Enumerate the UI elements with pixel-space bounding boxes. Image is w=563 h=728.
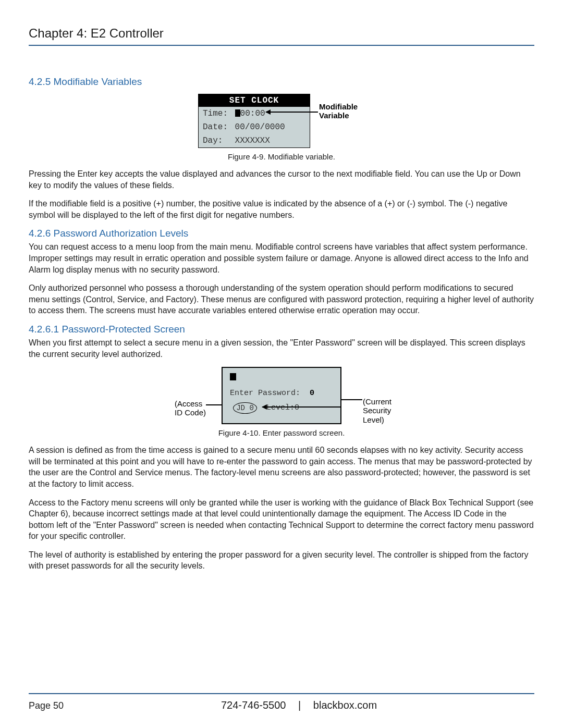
figure-4-9: SET CLOCK Time: 00:00 Date: 00/00/0000 D… xyxy=(29,94,534,148)
cursor-icon xyxy=(230,373,236,380)
set-clock-date-row: Date: 00/00/0000 xyxy=(199,120,310,134)
set-clock-screen: SET CLOCK Time: 00:00 Date: 00/00/0000 D… xyxy=(198,94,310,148)
figure-4-10-caption: Figure 4-10. Enter password screen. xyxy=(29,428,534,437)
security-level: Level:0 xyxy=(266,403,299,412)
figure-4-10: (AccessID Code) Enter Password:0 JD 0 Le… xyxy=(29,367,534,424)
day-value: XXXXXXX xyxy=(235,136,270,145)
time-label: Time: xyxy=(203,109,230,118)
para-4261-1: When you first attempt to select a secur… xyxy=(29,337,534,360)
footer-site: blackbox.com xyxy=(313,699,377,711)
para-4261-4: The level of authority is established by… xyxy=(29,549,534,572)
enter-password-value: 0 xyxy=(310,389,314,398)
figure-4-9-caption: Figure 4-9. Modifiable variable. xyxy=(29,152,534,161)
arrow-left-icon xyxy=(266,112,318,113)
set-clock-time-row: Time: 00:00 xyxy=(199,107,310,120)
heading-4-2-6: 4.2.6 Password Authorization Levels xyxy=(29,228,534,239)
footer-phone: 724-746-5500 xyxy=(221,699,286,711)
para-4261-3: Access to the Factory menu screens will … xyxy=(29,497,534,542)
para-425-1: Pressing the Enter key accepts the value… xyxy=(29,168,534,191)
date-label: Date: xyxy=(203,122,230,132)
access-id-annotation: (AccessID Code) xyxy=(175,399,206,417)
footer-separator: | xyxy=(298,699,301,711)
para-425-2: If the modifiable field is a positive (+… xyxy=(29,198,534,220)
page-number: Page 50 xyxy=(29,700,64,711)
chapter-title: Chapter 4: E2 Controller xyxy=(29,26,534,46)
date-value: 00/00/0000 xyxy=(235,122,285,132)
enter-password-line: Enter Password:0 xyxy=(230,389,314,398)
security-level-annotation: (CurrentSecurityLevel) xyxy=(363,397,391,424)
set-clock-title: SET CLOCK xyxy=(199,94,310,107)
modifiable-variable-annotation: ModifiableVariable xyxy=(319,102,358,120)
time-value: 00:00 xyxy=(240,109,265,118)
para-426-1: You can request access to a menu loop fr… xyxy=(29,241,534,275)
para-4261-2: A session is defined as from the time ac… xyxy=(29,445,534,489)
page-footer: Page 50 724-746-5500 | blackbox.com xyxy=(29,693,534,711)
day-label: Day: xyxy=(203,136,230,145)
enter-password-screen: Enter Password:0 JD 0 Level:0 xyxy=(222,367,341,424)
set-clock-day-row: Day: XXXXXXX xyxy=(199,134,310,147)
connector-line xyxy=(341,399,362,400)
heading-4-2-5: 4.2.5 Modifiable Variables xyxy=(29,76,534,88)
cursor-icon xyxy=(235,109,240,117)
access-id-code: JD 0 xyxy=(233,402,257,414)
arrow-left-icon xyxy=(262,406,340,408)
footer-contact: 724-746-5500 | blackbox.com xyxy=(64,699,534,711)
para-426-2: Only authorized personnel who possess a … xyxy=(29,282,534,316)
heading-4-2-6-1: 4.2.6.1 Password-Protected Screen xyxy=(29,324,534,335)
enter-password-label: Enter Password: xyxy=(230,389,300,398)
